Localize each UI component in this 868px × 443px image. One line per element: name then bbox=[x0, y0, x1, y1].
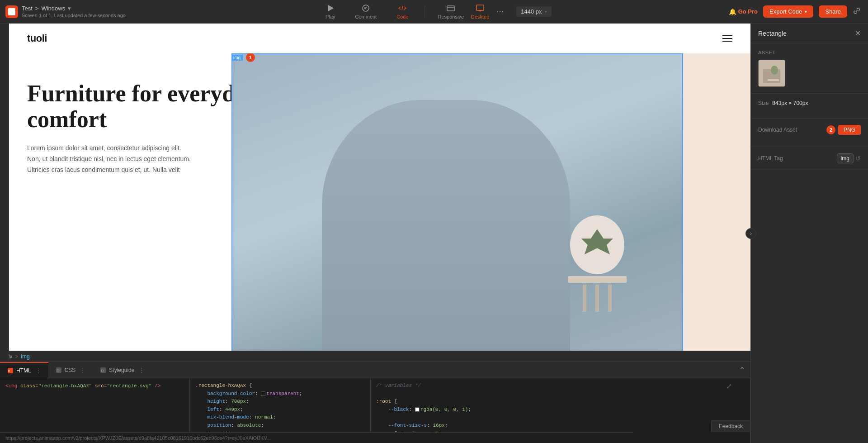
asset-thumb-inner bbox=[759, 60, 785, 86]
asset-section-label: Asset bbox=[758, 50, 861, 55]
website-navbar: tuoli bbox=[9, 24, 750, 53]
download-controls: 2 PNG bbox=[826, 125, 861, 135]
play-button[interactable]: Play bbox=[322, 2, 339, 21]
html-code-content: <img class="rectangle-hxAQAx" src="recta… bbox=[5, 382, 184, 391]
css-line-5: mix-blend-mode: normal; bbox=[195, 414, 365, 422]
share-button[interactable]: Share bbox=[819, 5, 847, 18]
png-label: PNG bbox=[844, 127, 855, 133]
hero-body-line-1: Lorem ipsum dolor sit amet, consectetur … bbox=[27, 144, 181, 152]
device-more-button[interactable]: ⋯ bbox=[496, 7, 504, 16]
tab-html[interactable]: H HTML ⋮ bbox=[0, 362, 48, 378]
html-val-class: "rectangle-hxAQAx" bbox=[38, 383, 92, 389]
topbar-left: Test > Windows ▾ Screen 1 of 1. Last upd… bbox=[0, 5, 145, 18]
code-icon bbox=[398, 4, 407, 13]
sg-tab-more[interactable]: ⋮ bbox=[139, 367, 144, 373]
asset-thumbnail[interactable] bbox=[758, 60, 785, 87]
img-tag-badge: img bbox=[231, 55, 243, 61]
panel-title: Rectangle bbox=[758, 30, 787, 37]
export-code-button[interactable]: Export Code ▾ bbox=[763, 5, 813, 18]
feedback-button[interactable]: Feedback bbox=[711, 420, 750, 432]
plant-pot bbox=[570, 215, 624, 274]
html-tab-more[interactable]: ⋮ bbox=[36, 367, 41, 374]
topbar-project-info: Test > Windows ▾ Screen 1 of 1. Last upd… bbox=[22, 5, 126, 18]
asset-preview-svg bbox=[759, 60, 785, 86]
tab-css[interactable]: {} CSS ⋮ bbox=[48, 362, 93, 378]
html-tag-section: HTML Tag img ↺ bbox=[751, 147, 868, 170]
svg-rect-7 bbox=[476, 5, 484, 10]
hero-body-line-3: Ultricies cras lacus condimentum quis et… bbox=[27, 166, 180, 173]
sg-line-blank bbox=[376, 390, 745, 398]
website-preview: tuoli Furniture for everyday comfort Lor… bbox=[9, 24, 750, 362]
px-display[interactable]: 1440 px ▾ bbox=[516, 6, 551, 17]
sg-tab-label: Styleguide bbox=[109, 367, 134, 373]
sg-expand-btn[interactable]: ⤢ bbox=[726, 382, 732, 391]
main-area: tuoli Furniture for everyday comfort Lor… bbox=[0, 24, 868, 443]
hero-image-container[interactable]: img 1 bbox=[231, 53, 750, 362]
table-leg-1 bbox=[583, 285, 586, 312]
badge-number-1: 1 bbox=[246, 53, 255, 62]
responsive-button[interactable]: Responsive bbox=[438, 4, 463, 19]
design-surface[interactable]: tuoli Furniture for everyday comfort Lor… bbox=[9, 24, 750, 362]
code-label: Code bbox=[396, 14, 408, 19]
asset-section: Asset bbox=[751, 43, 868, 94]
img-selected-label: img 1 bbox=[231, 53, 255, 62]
play-icon bbox=[326, 4, 335, 13]
breadcrumb-dropdown[interactable]: ▾ bbox=[68, 5, 71, 12]
svg-text:H: H bbox=[8, 369, 10, 373]
panel-collapse-arrow[interactable]: › bbox=[745, 228, 756, 239]
anima-logo[interactable] bbox=[5, 5, 18, 18]
svg-rect-5 bbox=[447, 6, 454, 11]
last-updated-text: Screen 1 of 1. Last updated a few second… bbox=[22, 13, 126, 18]
link-button[interactable] bbox=[853, 7, 861, 16]
chair-shape bbox=[322, 100, 570, 362]
link-icon bbox=[853, 7, 861, 15]
topbar-device-switcher: Responsive Desktop ⋯ bbox=[438, 4, 504, 19]
code-button[interactable]: Code bbox=[393, 2, 412, 21]
breadcrumb-project[interactable]: Test bbox=[22, 5, 33, 12]
breadcrumb-current[interactable]: img bbox=[21, 353, 29, 360]
responsive-icon bbox=[446, 4, 455, 13]
html-tag-row: HTML Tag img ↺ bbox=[758, 153, 861, 163]
download-section: Download Asset 2 PNG bbox=[751, 119, 868, 147]
topbar-right: 🔔 Go Pro Export Code ▾ Share bbox=[729, 5, 868, 18]
canvas-area: tuoli Furniture for everyday comfort Lor… bbox=[0, 24, 750, 443]
html-tag-label: HTML Tag bbox=[758, 155, 783, 162]
element-breadcrumb-bar: div > img bbox=[0, 351, 750, 362]
sg-tab-icon: {} bbox=[100, 367, 106, 373]
go-pro-button[interactable]: 🔔 Go Pro bbox=[729, 8, 758, 15]
breadcrumb-page[interactable]: Windows bbox=[41, 5, 65, 12]
comment-icon bbox=[361, 4, 370, 13]
size-label: Size bbox=[758, 100, 769, 106]
topbar: Test > Windows ▾ Screen 1 of 1. Last upd… bbox=[0, 0, 868, 24]
css-line-3: height: 700px; bbox=[195, 398, 365, 406]
css-tab-more[interactable]: ⋮ bbox=[80, 367, 85, 373]
svg-text:{}: {} bbox=[101, 369, 104, 372]
panel-close-button[interactable]: ✕ bbox=[855, 29, 861, 38]
code-panel-expand-btn[interactable]: ⌃ bbox=[739, 366, 745, 374]
html-tag-select[interactable]: img bbox=[837, 153, 854, 163]
plant-leaves bbox=[581, 229, 613, 261]
size-section: Size 843px × 700px bbox=[751, 94, 868, 119]
download-row: Download Asset 2 PNG bbox=[758, 125, 861, 135]
html-tab-icon: H bbox=[7, 367, 14, 374]
ham-line-2 bbox=[722, 38, 732, 39]
hamburger-menu[interactable] bbox=[722, 35, 732, 42]
html-attr-src: src= bbox=[92, 383, 107, 389]
ham-line-3 bbox=[722, 41, 732, 42]
chevron-right-icon: › bbox=[750, 230, 752, 237]
tab-styleguide[interactable]: {} Styleguide ⋮ bbox=[93, 362, 151, 378]
css-line-2: background-color: transparent; bbox=[195, 390, 365, 398]
desktop-button[interactable]: Desktop bbox=[471, 4, 489, 19]
hero-image[interactable]: img 1 bbox=[231, 53, 683, 362]
logo-inner bbox=[8, 8, 15, 15]
png-download-button[interactable]: PNG bbox=[838, 125, 861, 135]
sg-line-font-s: --font-size-s: 16px; bbox=[376, 422, 745, 430]
html-tag-reset-btn[interactable]: ↺ bbox=[855, 155, 861, 162]
html-tab-label: HTML bbox=[16, 367, 31, 374]
sg-line-blank2 bbox=[376, 414, 745, 422]
html-tag-open: <img bbox=[5, 383, 20, 389]
code-panel-tabs: H HTML ⋮ {} CSS ⋮ {} bbox=[0, 362, 750, 378]
html-val-src: "rectangle.svg" bbox=[107, 383, 151, 389]
table-top bbox=[568, 276, 627, 283]
comment-button[interactable]: Comment bbox=[352, 2, 381, 21]
